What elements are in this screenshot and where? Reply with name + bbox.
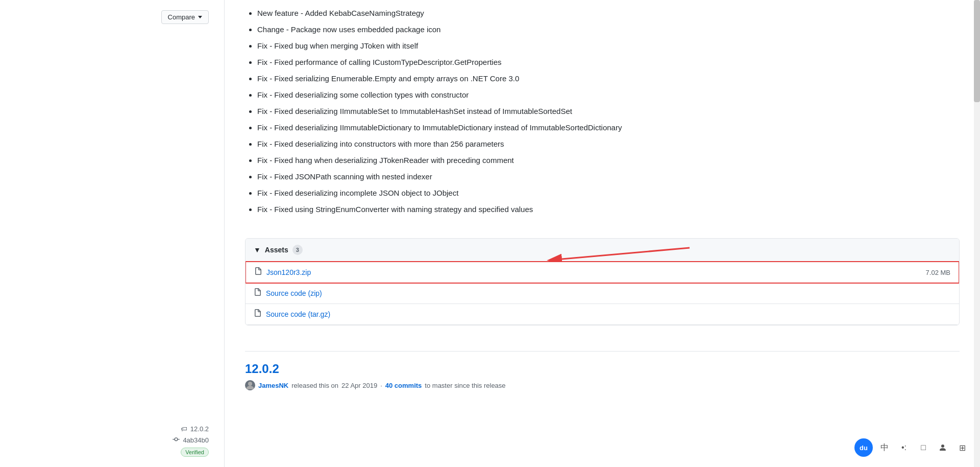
commit-hash: 4ab34b0 [183, 436, 209, 444]
commit-icon [173, 436, 180, 445]
list-item: Fix - Fixed using StringEnumConverter wi… [257, 201, 960, 218]
main-content: New feature - Added KebabCaseNamingStrat… [225, 0, 980, 467]
list-item: Fix - Fixed bug when merging JToken with… [257, 38, 960, 54]
list-item: Fix - Fixed performance of calling ICust… [257, 54, 960, 71]
grid-icon-button[interactable]: ⊞ [954, 440, 970, 455]
asset-left: Json120r3.zip [254, 267, 311, 277]
asset-row-source-tar[interactable]: Source code (tar.gz) [246, 304, 959, 325]
release-notes-list: New feature - Added KebabCaseNamingStrat… [245, 5, 960, 218]
source-zip-link[interactable]: Source code (zip) [266, 289, 322, 297]
assets-chevron-icon: ▼ [254, 246, 261, 254]
zip-asset-link[interactable]: Json120r3.zip [266, 268, 311, 276]
asset-row-source-zip[interactable]: Source code (zip) [246, 283, 959, 304]
list-item: Fix - Fixed deserializing into construct… [257, 136, 960, 152]
commits-link[interactable]: 40 commits [385, 382, 422, 389]
list-item: Fix - Fixed serializing Enumerable.Empty… [257, 71, 960, 87]
release-version-title[interactable]: 12.0.2 [245, 362, 960, 376]
source-tar-icon [254, 309, 262, 319]
commits-suffix: to master since this release [425, 382, 505, 389]
svg-point-2 [248, 382, 252, 386]
zip-file-icon [254, 267, 262, 277]
list-item: Fix - Fixed deserializing IImmutableDict… [257, 120, 960, 136]
list-item: Fix - Fixed deserializing IImmutableSet … [257, 103, 960, 120]
asset-left: Source code (zip) [254, 288, 322, 298]
tag-version: 12.0.2 [190, 425, 209, 433]
assets-count: 3 [292, 245, 303, 255]
dots-icon-button[interactable]: •: [896, 440, 912, 455]
source-zip-icon [254, 288, 262, 298]
scrollbar[interactable] [974, 0, 980, 467]
sidebar: Compare 🏷 12.0.2 4ab34b0 Verified [0, 0, 225, 467]
compare-button[interactable]: Compare [161, 10, 209, 24]
author-avatar [245, 380, 255, 390]
asset-left: Source code (tar.gz) [254, 309, 330, 319]
list-item: Fix - Fixed deserializing some collectio… [257, 87, 960, 103]
list-item: New feature - Added KebabCaseNamingStrat… [257, 5, 960, 21]
scrollbar-thumb[interactable] [974, 0, 980, 102]
assets-title: Assets [265, 246, 288, 254]
released-text: released this on [291, 382, 338, 389]
du-circle-button[interactable]: du [854, 438, 873, 457]
assets-header[interactable]: ▼ Assets 3 [246, 239, 959, 262]
zip-asset-size: 7.02 MB [926, 269, 950, 276]
release-notes: New feature - Added KebabCaseNamingStrat… [245, 0, 960, 228]
window-icon-button[interactable]: □ [916, 440, 931, 455]
author-link[interactable]: JamesNK [258, 382, 288, 389]
sidebar-meta: 🏷 12.0.2 4ab34b0 Verified [173, 415, 209, 457]
tag-row: 🏷 12.0.2 [181, 425, 209, 433]
tag-icon: 🏷 [181, 425, 187, 433]
next-release-section: 12.0.2 JamesNK released this on 22 Apr 2… [245, 351, 960, 390]
du-label: du [860, 444, 868, 452]
list-item: Change - Package now uses embedded packa… [257, 21, 960, 38]
assets-section: ▼ Assets 3 Json120r3.zip 7.02 MB [245, 238, 960, 325]
list-item: Fix - Fixed hang when deserializing JTok… [257, 152, 960, 169]
verified-badge: Verified [181, 448, 209, 457]
compare-label: Compare [168, 13, 195, 21]
list-item: Fix - Fixed JSONPath scanning with neste… [257, 169, 960, 185]
person-icon-button[interactable] [935, 440, 950, 455]
release-date: 22 Apr 2019 [341, 382, 377, 389]
compare-chevron-icon [198, 16, 202, 18]
release-meta-row: JamesNK released this on 22 Apr 2019 · 4… [245, 380, 960, 390]
asset-row-zip[interactable]: Json120r3.zip 7.02 MB [245, 261, 960, 284]
bottom-toolbar: du 中 •: □ ⊞ [854, 438, 970, 457]
list-item: Fix - Fixed deserializing incomplete JSO… [257, 185, 960, 201]
chinese-icon-button[interactable]: 中 [877, 440, 892, 455]
meta-separator: · [380, 382, 382, 389]
source-tar-link[interactable]: Source code (tar.gz) [266, 310, 330, 318]
commit-row: 4ab34b0 [173, 436, 209, 445]
